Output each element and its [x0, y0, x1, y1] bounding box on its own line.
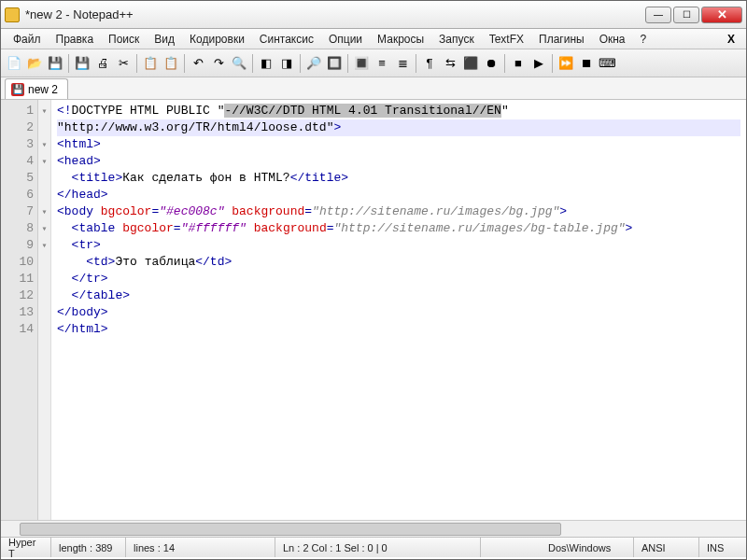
- toolbar-btn-12[interactable]: ◨: [277, 54, 296, 73]
- toolbar-separator: [68, 54, 69, 73]
- editor-area: 1234567891011121314 ▾▾▾▾▾▾ <!DOCTYPE HTM…: [1, 100, 746, 520]
- toolbar-separator: [136, 54, 137, 73]
- menu-опции[interactable]: Опции: [322, 31, 369, 48]
- toolbar-btn-20[interactable]: ⬛: [461, 54, 480, 73]
- toolbar-btn-19[interactable]: ⇆: [441, 54, 459, 73]
- toolbar-separator: [184, 54, 185, 73]
- menu-запуск[interactable]: Запуск: [432, 31, 481, 48]
- menu-файл[interactable]: Файл: [7, 31, 48, 48]
- toolbar-btn-24[interactable]: ⏩: [557, 54, 575, 73]
- tab-new-2[interactable]: 💾 new 2: [5, 78, 68, 99]
- toolbar-btn-15[interactable]: 🔳: [352, 54, 371, 73]
- menu-вид[interactable]: Вид: [148, 31, 181, 48]
- toolbar: 📄📂💾💾🖨✂📋📋↶↷🔍◧◨🔎🔲🔳≡≣¶⇆⬛⏺■▶⏩⏹⌨: [1, 49, 746, 77]
- toolbar-btn-0[interactable]: 📄: [5, 54, 23, 73]
- toolbar-separator: [347, 54, 348, 73]
- title-bar: *new 2 - Notepad++ — ☐ ✕: [1, 1, 746, 29]
- status-position: Ln : 2 Col : 1 Sel : 0 | 0: [275, 538, 481, 557]
- menu-close-x[interactable]: X: [727, 33, 740, 46]
- toolbar-btn-23[interactable]: ▶: [529, 54, 548, 73]
- menu-окна[interactable]: Окна: [593, 31, 632, 48]
- menu-кодировки[interactable]: Кодировки: [183, 31, 251, 48]
- menu-плагины[interactable]: Плагины: [532, 31, 591, 48]
- toolbar-btn-22[interactable]: ■: [509, 54, 528, 73]
- status-encoding: ANSI: [634, 538, 699, 557]
- toolbar-separator: [504, 54, 505, 73]
- toolbar-btn-2[interactable]: 💾: [46, 54, 64, 73]
- menu-поиск[interactable]: Поиск: [102, 31, 146, 48]
- window-title: *new 2 - Notepad++: [25, 7, 645, 21]
- toolbar-btn-13[interactable]: 🔎: [304, 54, 323, 73]
- status-lines: lines : 14: [126, 538, 275, 557]
- menu-?[interactable]: ?: [634, 31, 654, 48]
- menu-bar: ФайлПравкаПоискВидКодировкиСинтаксисОпци…: [1, 29, 746, 49]
- horizontal-scrollbar[interactable]: [1, 520, 746, 537]
- toolbar-btn-8[interactable]: ↶: [189, 54, 207, 73]
- toolbar-btn-21[interactable]: ⏺: [482, 54, 500, 73]
- toolbar-btn-17[interactable]: ≣: [393, 54, 412, 73]
- app-icon: [5, 7, 20, 22]
- toolbar-btn-3[interactable]: 💾: [73, 54, 92, 73]
- toolbar-btn-16[interactable]: ≡: [373, 54, 391, 73]
- menu-синтаксис[interactable]: Синтаксис: [253, 31, 320, 48]
- toolbar-separator: [416, 54, 416, 73]
- toolbar-btn-11[interactable]: ◧: [257, 54, 275, 73]
- close-button[interactable]: ✕: [701, 7, 742, 23]
- tab-bar: 💾 new 2: [1, 77, 746, 100]
- toolbar-btn-26[interactable]: ⌨: [598, 54, 616, 73]
- toolbar-btn-5[interactable]: ✂: [114, 54, 133, 73]
- maximize-button[interactable]: ☐: [673, 7, 699, 23]
- line-number-gutter: 1234567891011121314: [1, 100, 38, 520]
- toolbar-separator: [252, 54, 253, 73]
- tab-label: new 2: [28, 83, 58, 96]
- menu-textfx[interactable]: TextFX: [483, 31, 530, 48]
- minimize-button[interactable]: —: [645, 7, 671, 23]
- menu-правка[interactable]: Правка: [49, 31, 101, 48]
- fold-column[interactable]: ▾▾▾▾▾▾: [38, 100, 51, 520]
- status-eol: Dos\Windows: [541, 538, 634, 557]
- status-length: length : 389: [51, 538, 126, 557]
- toolbar-btn-25[interactable]: ⏹: [577, 54, 596, 73]
- toolbar-separator: [552, 54, 553, 73]
- status-insert-mode: INS: [699, 538, 746, 557]
- toolbar-btn-7[interactable]: 📋: [162, 54, 180, 73]
- toolbar-btn-14[interactable]: 🔲: [325, 54, 344, 73]
- scrollbar-thumb[interactable]: [20, 523, 561, 536]
- status-bar: Hyper T length : 389 lines : 14 Ln : 2 C…: [1, 537, 746, 557]
- window-controls: — ☐ ✕: [645, 7, 742, 23]
- menu-макросы[interactable]: Макросы: [371, 31, 430, 48]
- status-language: Hyper T: [1, 538, 51, 557]
- code-editor[interactable]: <!DOCTYPE HTML PUBLIC "-//W3C//DTD HTML …: [51, 100, 746, 520]
- toolbar-btn-10[interactable]: 🔍: [230, 54, 248, 73]
- toolbar-separator: [300, 54, 301, 73]
- save-dirty-icon: 💾: [11, 83, 24, 96]
- toolbar-btn-6[interactable]: 📋: [141, 54, 160, 73]
- toolbar-btn-4[interactable]: 🖨: [93, 54, 112, 73]
- toolbar-btn-9[interactable]: ↷: [209, 54, 228, 73]
- toolbar-btn-1[interactable]: 📂: [25, 54, 44, 73]
- toolbar-btn-18[interactable]: ¶: [420, 54, 439, 73]
